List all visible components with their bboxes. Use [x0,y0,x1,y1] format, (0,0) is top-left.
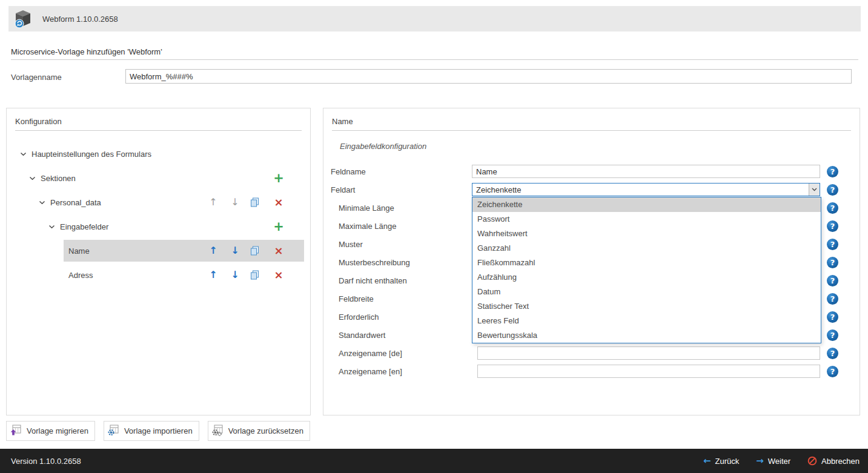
bottom-toolbar: Vorlage migrieren Vorlage importieren [6,421,310,441]
button-label: Vorlage zurücksetzen [228,426,303,435]
help-icon[interactable]: ? [827,166,838,177]
form-row-feldart: Feldart Zeichenkette ? [323,180,860,199]
cancel-icon [807,456,817,466]
move-up-button[interactable]: ↑ [207,270,220,280]
dropdown-option[interactable]: Statischer Text [472,299,821,314]
copy-button[interactable] [250,246,263,256]
help-icon[interactable]: ? [827,293,838,305]
combobox-arrow-button[interactable] [809,184,820,196]
migrate-template-icon [10,424,22,438]
field-label: Muster [331,240,472,249]
titlebar: Webform 1.10.0.2658 [8,6,861,31]
move-down-button[interactable]: ↓ [228,246,242,256]
button-label: Vorlage importieren [124,426,193,435]
footer-actions: ← Zurück → Weiter Abbrechen [703,456,860,466]
vorlage-migrieren-button[interactable]: Vorlage migrieren [6,421,95,441]
tree-item-sektionen[interactable]: Sektionen + [7,166,310,190]
chevron-down-icon[interactable] [29,176,36,180]
dropdown-option[interactable]: Ganzzahl [472,241,821,256]
move-down-button[interactable]: ↓ [228,270,242,280]
help-icon[interactable]: ? [827,311,838,323]
vorlagenname-input[interactable] [125,69,852,84]
dropdown-option[interactable]: Passwort [472,212,821,227]
anzeigename-en-input[interactable] [477,365,820,378]
vorlage-importieren-button[interactable]: Vorlage importieren [104,421,199,441]
combobox-value: Zeichenkette [472,185,809,194]
import-template-icon [108,424,120,438]
dropdown-option[interactable]: Zeichenkette [472,197,821,212]
app-window: Webform 1.10.0.2658 Microservice-Vorlage… [0,0,868,473]
form-row-feldname: Feldname ? [323,162,860,180]
field-label: Feldname [331,167,472,176]
add-section-button[interactable]: + [272,172,285,185]
button-label: Zurück [715,457,739,466]
form-row-anzeigename-de: Anzeigename [de] ? [323,344,860,362]
cancel-button[interactable]: Abbrechen [807,456,860,466]
dropdown-option[interactable]: Leeres Feld [472,314,821,328]
app-icon [11,7,35,30]
help-icon[interactable]: ? [827,275,838,286]
next-button[interactable]: → Weiter [756,457,790,466]
feldart-dropdown-list: Zeichenkette Passwort Wahrheitswert Ganz… [472,197,821,343]
dropdown-option[interactable]: Wahrheitswert [472,227,821,241]
detail-panel-divider [332,130,851,131]
tree-item-label: Name [68,246,90,256]
help-icon[interactable]: ? [827,257,838,268]
field-label: Feldart [331,185,472,194]
dropdown-option[interactable]: Fließkommazahl [472,256,821,270]
selection-highlight [64,240,304,262]
tree-item-label: Adress [68,271,93,280]
reset-template-icon [212,424,224,438]
help-icon[interactable]: ? [827,184,838,196]
tree-item-haupteinstellungen[interactable]: Haupteinstellungen des Formulars [7,142,310,166]
back-arrow-icon: ← [703,457,711,466]
field-label: Darf nicht enthalten [331,276,472,285]
help-icon[interactable]: ? [827,220,838,232]
chevron-down-icon[interactable] [20,152,27,156]
dropdown-option[interactable]: Aufzählung [472,270,821,285]
vorlagenname-label: Vorlagenname [11,73,62,82]
move-up-button[interactable]: ↑ [207,246,220,256]
tree-item-adress[interactable]: Adress ↑ ↓ × [7,263,310,287]
feldname-input[interactable] [472,165,820,178]
dropdown-option[interactable]: Datum [472,285,821,299]
field-label: Anzeigename [en] [331,367,472,376]
chevron-down-icon[interactable] [48,225,55,229]
back-button[interactable]: ← Zurück [703,457,739,466]
tree-item-label: Personal_data [50,198,101,207]
tree-item-personal-data[interactable]: Personal_data ↑ ↓ × [7,190,310,214]
move-up-button[interactable]: ↑ [207,197,220,207]
delete-button[interactable]: × [272,197,285,208]
help-icon[interactable]: ? [827,202,838,214]
config-tree: Haupteinstellungen des Formulars Sektion… [7,142,310,287]
field-label: Feldbreite [331,294,472,303]
copy-button[interactable] [250,197,263,207]
feldart-combobox[interactable]: Zeichenkette [472,183,820,196]
vorlage-zuruecksetzen-button[interactable]: Vorlage zurücksetzen [208,421,310,441]
field-label: Erforderlich [331,313,472,322]
page-title: Microservice-Vorlage hinzufügen 'Webform… [11,47,162,56]
dropdown-option[interactable]: Bewertungsskala [472,328,821,343]
anzeigename-de-input[interactable] [477,346,820,360]
help-icon[interactable]: ? [827,348,838,359]
tree-item-eingabefelder[interactable]: Eingabefelder + [7,214,310,239]
help-icon[interactable]: ? [827,329,838,341]
chevron-down-icon[interactable] [39,200,45,205]
button-label: Vorlage migrieren [27,426,88,435]
move-down-button[interactable]: ↓ [228,197,242,207]
tree-item-name[interactable]: Name ↑ ↓ × [7,239,310,263]
config-panel-title: Konfiguration [15,117,302,126]
delete-button[interactable]: × [272,245,285,256]
next-arrow-icon: → [756,457,764,466]
field-label: Musterbeschreibung [331,258,472,267]
add-field-button[interactable]: + [272,220,285,233]
field-label: Minimale Länge [331,203,472,213]
detail-panel-title: Name [332,117,851,126]
copy-button[interactable] [250,270,263,280]
form-row-anzeigename-en: Anzeigename [en] ? [323,362,860,380]
help-icon[interactable]: ? [827,366,838,377]
help-icon[interactable]: ? [827,239,838,250]
config-panel-divider [15,130,302,131]
tree-item-label: Eingabefelder [60,222,108,231]
delete-button[interactable]: × [272,270,285,280]
